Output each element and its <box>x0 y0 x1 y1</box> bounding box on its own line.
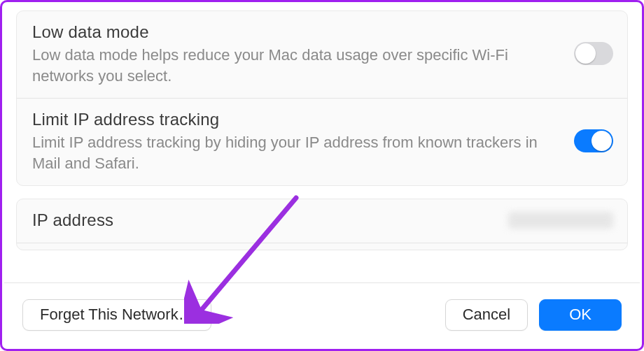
limit-ip-toggle[interactable] <box>574 129 613 152</box>
low-data-mode-title: Low data mode <box>32 21 553 43</box>
row-limit-ip-tracking: Limit IP address tracking Limit IP addre… <box>17 98 627 185</box>
cancel-button[interactable]: Cancel <box>445 299 528 330</box>
settings-group-network-options: Low data mode Low data mode helps reduce… <box>16 10 628 186</box>
limit-ip-title: Limit IP address tracking <box>32 108 553 131</box>
toggle-knob <box>592 131 612 151</box>
ip-address-value-redacted <box>508 212 613 229</box>
settings-scroll-area: Low data mode Low data mode helps reduce… <box>2 2 642 280</box>
row-placeholder <box>17 243 627 250</box>
row-text: Limit IP address tracking Limit IP addre… <box>32 108 553 174</box>
row-low-data-mode: Low data mode Low data mode helps reduce… <box>17 11 627 98</box>
limit-ip-desc: Limit IP address tracking by hiding your… <box>32 132 553 173</box>
low-data-mode-toggle[interactable] <box>574 42 613 65</box>
ip-address-title: IP address <box>32 209 487 231</box>
ok-button[interactable]: OK <box>539 299 622 330</box>
settings-group-ip: IP address <box>16 199 628 250</box>
forget-network-button[interactable]: Forget This Network… <box>22 299 211 330</box>
low-data-mode-desc: Low data mode helps reduce your Mac data… <box>32 45 553 86</box>
row-text: Low data mode Low data mode helps reduce… <box>32 21 553 87</box>
dialog-button-bar: Forget This Network… Cancel OK <box>4 282 640 347</box>
row-text: IP address <box>32 209 487 231</box>
row-ip-address: IP address <box>17 199 627 243</box>
toggle-knob <box>575 43 596 64</box>
